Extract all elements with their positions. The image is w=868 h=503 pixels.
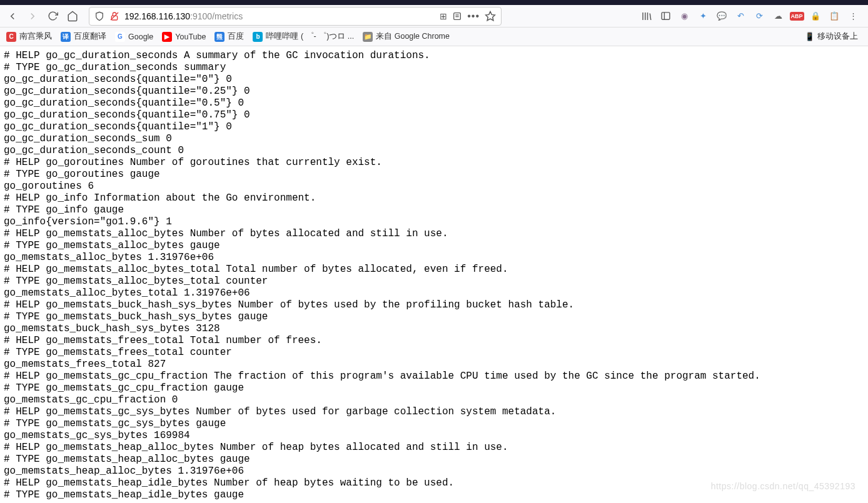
ext-icon-3[interactable]: 💬 — [715, 10, 728, 22]
overflow-icon[interactable]: ⋮ — [847, 10, 859, 22]
ext-icon-6[interactable]: ☁ — [772, 10, 784, 22]
bookmark-item[interactable]: 熊百度 — [214, 31, 244, 42]
url-bar[interactable]: 192.168.116.130:9100/metrics ⊞ ••• — [89, 7, 502, 26]
bookmark-star-icon[interactable] — [485, 11, 496, 22]
nav-toolbar: 192.168.116.130:9100/metrics ⊞ ••• ◉ ✦ 💬… — [0, 5, 868, 27]
bookmark-favicon: ▶ — [162, 32, 172, 42]
sidebar-icon[interactable] — [659, 10, 672, 22]
ext-icon-4[interactable]: ↶ — [734, 10, 747, 22]
forward-button[interactable] — [24, 7, 41, 25]
mobile-icon: 📱 — [805, 32, 815, 41]
qr-icon[interactable]: ⊞ — [440, 11, 447, 21]
bookmark-item[interactable]: b哔哩哔哩 ( ゜- ゜)つロ ... — [253, 31, 354, 42]
toolbar-right: ◉ ✦ 💬 ↶ ⟳ ☁ ABP 🔒 📋 ⋮ — [640, 10, 864, 22]
bookmark-favicon: 📁 — [363, 32, 373, 42]
metrics-output: # HELP go_gc_duration_seconds A summary … — [0, 46, 868, 503]
svg-line-9 — [650, 13, 651, 20]
bookmark-item[interactable]: 📁来自 Google Chrome — [363, 31, 450, 42]
bookmark-favicon: 译 — [61, 32, 71, 42]
bookmark-item[interactable]: 译百度翻译 — [61, 31, 106, 42]
shield-icon[interactable] — [94, 11, 104, 21]
bookmarks-bar: C南宫乘风译百度翻译GGoogle▶YouTube熊百度b哔哩哔哩 ( ゜- ゜… — [0, 27, 868, 46]
bookmark-label: YouTube — [175, 32, 206, 41]
mobile-label: 移动设备上 — [817, 31, 858, 42]
library-icon[interactable] — [640, 10, 653, 22]
watermark: https://blog.csdn.net/qq_45392193 — [711, 481, 855, 491]
page-actions-menu[interactable]: ••• — [467, 11, 480, 22]
bookmark-label: 百度翻译 — [74, 31, 106, 42]
ext-icon-1[interactable]: ◉ — [678, 10, 690, 22]
reload-button[interactable] — [44, 7, 61, 25]
window-tab-strip — [0, 0, 868, 5]
ext-icon-2[interactable]: ✦ — [697, 10, 709, 22]
bookmark-favicon: G — [115, 32, 125, 42]
bookmark-favicon: 熊 — [214, 32, 225, 42]
bookmark-item[interactable]: GGoogle — [115, 32, 153, 42]
ext-icon-8[interactable]: 📋 — [828, 10, 840, 22]
svg-rect-10 — [662, 12, 670, 19]
bookmark-favicon: b — [253, 32, 263, 42]
bookmark-label: 南宫乘风 — [19, 31, 52, 42]
bookmark-label: 百度 — [228, 31, 244, 42]
bookmark-item[interactable]: C南宫乘风 — [6, 31, 52, 42]
reader-icon[interactable] — [452, 11, 462, 21]
ext-icon-5[interactable]: ⟳ — [753, 10, 765, 22]
abp-icon[interactable]: ABP — [790, 10, 803, 22]
home-button[interactable] — [64, 7, 81, 25]
back-button[interactable] — [4, 7, 21, 25]
bookmark-label: Google — [128, 32, 153, 41]
bookmark-label: 来自 Google Chrome — [376, 31, 450, 42]
bookmark-favicon: C — [6, 32, 16, 42]
connection-insecure-icon[interactable] — [109, 11, 119, 21]
url-text: 192.168.116.130:9100/metrics — [124, 11, 435, 21]
svg-marker-5 — [486, 11, 495, 20]
ext-icon-7[interactable]: 🔒 — [809, 10, 822, 22]
mobile-devices-link[interactable]: 📱 移动设备上 — [805, 31, 862, 42]
bookmark-item[interactable]: ▶YouTube — [162, 32, 206, 42]
bookmark-label: 哔哩哔哩 ( ゜- ゜)つロ ... — [266, 31, 354, 42]
